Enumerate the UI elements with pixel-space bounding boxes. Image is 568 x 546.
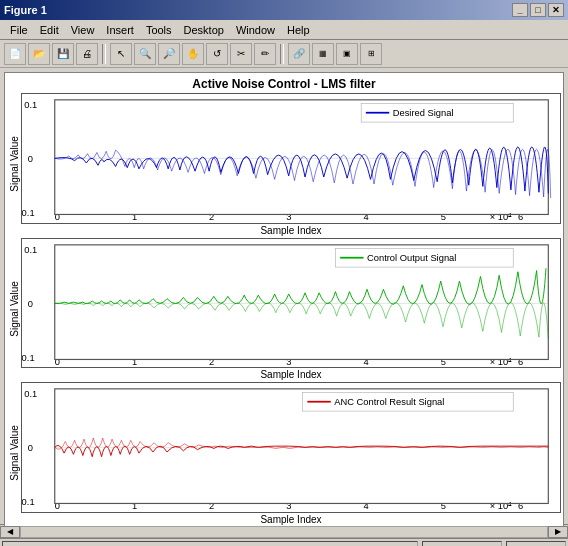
svg-text:-0.1: -0.1 [22, 352, 35, 362]
menu-tools[interactable]: Tools [140, 23, 178, 37]
svg-text:4: 4 [364, 357, 369, 367]
status-col: Col 45 [506, 541, 566, 547]
plot-1-panel: Signal Value 0.1 0 -0.1 0 1 [7, 93, 561, 236]
menu-desktop[interactable]: Desktop [178, 23, 230, 37]
svg-text:1: 1 [132, 502, 137, 512]
menu-window[interactable]: Window [230, 23, 281, 37]
menu-help[interactable]: Help [281, 23, 316, 37]
title-bar: Figure 1 _ □ ✕ [0, 0, 568, 20]
plot-3-xlabel: Sample Index [21, 514, 561, 525]
toolbar-zoom-in[interactable]: 🔍 [134, 43, 156, 65]
svg-text:5: 5 [441, 502, 446, 512]
svg-text:6: 6 [518, 502, 523, 512]
svg-text:× 10⁴: × 10⁴ [490, 502, 512, 512]
toolbar-pan[interactable]: ✋ [182, 43, 204, 65]
plot-2-xlabel: Sample Index [21, 369, 561, 380]
toolbar-grid1[interactable]: ▦ [312, 43, 334, 65]
toolbar-datacursor[interactable]: ✂ [230, 43, 252, 65]
svg-text:6: 6 [518, 212, 523, 222]
svg-text:6: 6 [518, 357, 523, 367]
svg-text:0: 0 [28, 443, 33, 453]
svg-text:0: 0 [55, 212, 60, 222]
toolbar-grid3[interactable]: ⊞ [360, 43, 382, 65]
plot-3-ylabel: Signal Value [7, 382, 21, 525]
minimize-button[interactable]: _ [512, 3, 528, 17]
svg-text:4: 4 [364, 502, 369, 512]
svg-text:0: 0 [28, 154, 33, 164]
maximize-button[interactable]: □ [530, 3, 546, 17]
svg-text:-0.1: -0.1 [22, 497, 35, 507]
plot-3-panel: Signal Value 0.1 0 -0.1 0 1 2 3 4 [7, 382, 561, 525]
toolbar-link[interactable]: 🔗 [288, 43, 310, 65]
figure-title: Active Noise Control - LMS filter [7, 77, 561, 91]
plots-container: Signal Value 0.1 0 -0.1 0 1 [7, 93, 561, 525]
plot-2-panel: Signal Value 0.1 0 -0.1 0 1 2 3 4 [7, 238, 561, 381]
svg-text:5: 5 [441, 357, 446, 367]
toolbar-arrow[interactable]: ↖ [110, 43, 132, 65]
svg-text:Control Output Signal: Control Output Signal [367, 253, 456, 263]
toolbar-separator-1 [102, 44, 106, 64]
plot-3-svg: 0.1 0 -0.1 0 1 2 3 4 5 × 10⁴ 6 [22, 383, 560, 512]
window-title: Figure 1 [4, 4, 47, 16]
toolbar-separator-2 [280, 44, 284, 64]
toolbar-open[interactable]: 📂 [28, 43, 50, 65]
main-content: Active Noise Control - LMS filter Signal… [0, 68, 568, 524]
status-main: script [2, 541, 418, 547]
status-ln: Ln 71 [422, 541, 502, 547]
toolbar-new[interactable]: 📄 [4, 43, 26, 65]
figure-area: Active Noise Control - LMS filter Signal… [4, 72, 564, 528]
toolbar-save[interactable]: 💾 [52, 43, 74, 65]
svg-text:1: 1 [132, 212, 137, 222]
svg-text:-0.1: -0.1 [22, 208, 35, 218]
toolbar: 📄 📂 💾 🖨 ↖ 🔍 🔎 ✋ ↺ ✂ ✏ 🔗 ▦ ▣ ⊞ [0, 40, 568, 68]
plot-2-ylabel: Signal Value [7, 238, 21, 381]
toolbar-brush[interactable]: ✏ [254, 43, 276, 65]
menu-file[interactable]: File [4, 23, 34, 37]
svg-text:0.1: 0.1 [24, 245, 37, 255]
svg-text:2: 2 [209, 502, 214, 512]
plot-1-area[interactable]: 0.1 0 -0.1 0 1 2 3 4 5 6 × 10⁴ [21, 93, 561, 224]
plot-2-svg: 0.1 0 -0.1 0 1 2 3 4 5 × 10⁴ 6 [22, 239, 560, 368]
svg-text:0: 0 [28, 298, 33, 308]
close-button[interactable]: ✕ [548, 3, 564, 17]
scroll-right[interactable]: ▶ [548, 526, 568, 538]
title-bar-buttons: _ □ ✕ [512, 3, 564, 17]
svg-text:5: 5 [441, 212, 446, 222]
toolbar-rotate[interactable]: ↺ [206, 43, 228, 65]
toolbar-zoom-out[interactable]: 🔎 [158, 43, 180, 65]
plot-3-area[interactable]: 0.1 0 -0.1 0 1 2 3 4 5 × 10⁴ 6 [21, 382, 561, 513]
svg-text:× 10⁴: × 10⁴ [490, 357, 512, 367]
svg-text:3: 3 [286, 502, 291, 512]
svg-text:ANC Control Result Signal: ANC Control Result Signal [334, 398, 444, 408]
svg-text:0.1: 0.1 [24, 389, 37, 399]
svg-text:0.1: 0.1 [24, 100, 37, 110]
plot-2-area[interactable]: 0.1 0 -0.1 0 1 2 3 4 5 × 10⁴ 6 [21, 238, 561, 369]
toolbar-print[interactable]: 🖨 [76, 43, 98, 65]
svg-text:Desired Signal: Desired Signal [393, 108, 454, 118]
scroll-track [20, 526, 548, 538]
menu-edit[interactable]: Edit [34, 23, 65, 37]
svg-text:2: 2 [209, 357, 214, 367]
horizontal-scrollbar[interactable]: ◀ ▶ [0, 524, 568, 538]
svg-text:0: 0 [55, 357, 60, 367]
svg-text:0: 0 [55, 502, 60, 512]
svg-text:3: 3 [286, 357, 291, 367]
svg-text:3: 3 [286, 212, 291, 222]
status-bar: script Ln 71 Col 45 [0, 538, 568, 546]
svg-text:1: 1 [132, 357, 137, 367]
plot-1-xlabel: Sample Index [21, 225, 561, 236]
plot-1-ylabel: Signal Value [7, 93, 21, 236]
svg-text:× 10⁴: × 10⁴ [490, 212, 512, 222]
svg-text:2: 2 [209, 212, 214, 222]
menu-view[interactable]: View [65, 23, 101, 37]
plot-1-svg: 0.1 0 -0.1 0 1 2 3 4 5 6 × 10⁴ [22, 94, 560, 223]
toolbar-grid2[interactable]: ▣ [336, 43, 358, 65]
svg-text:4: 4 [364, 212, 369, 222]
menu-insert[interactable]: Insert [100, 23, 140, 37]
menu-bar: File Edit View Insert Tools Desktop Wind… [0, 20, 568, 40]
scroll-left[interactable]: ◀ [0, 526, 20, 538]
